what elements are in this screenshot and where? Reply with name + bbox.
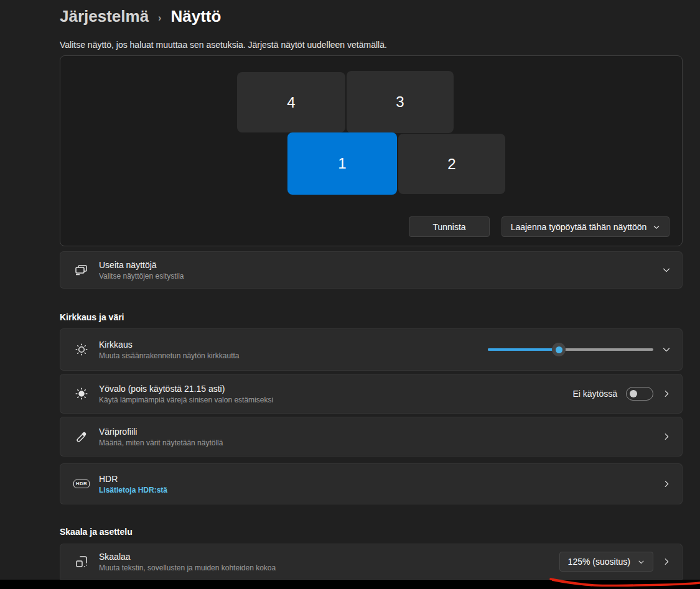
scale-icon: [73, 554, 90, 569]
hdr-row[interactable]: HDR HDR Lisätietoja HDR:stä: [60, 463, 683, 504]
toggle-knob: [630, 390, 637, 397]
hdr-icon: HDR: [73, 480, 90, 488]
scale-subtitle: Muuta tekstin, sovellusten ja muiden koh…: [99, 563, 559, 572]
monitor-3[interactable]: 3: [347, 71, 454, 133]
section-brightness-color: Kirkkaus ja väri: [60, 312, 124, 322]
color-profile-text: Väriprofiili Määriä, miten värit näytetä…: [99, 427, 662, 447]
night-light-text: Yövalo (pois käytöstä 21.15 asti) Käytä …: [99, 384, 572, 404]
chevron-right-icon[interactable]: [662, 480, 671, 488]
brightness-subtitle: Muuta sisäänrakennetun näytön kirkkautta: [99, 351, 488, 360]
hdr-learn-more-link[interactable]: Lisätietoja HDR:stä: [99, 486, 662, 494]
monitor-3-label: 3: [396, 93, 404, 111]
multiple-displays-row[interactable]: Useita näyttöjä Valitse näyttöjen esitys…: [60, 251, 683, 289]
night-light-row[interactable]: Yövalo (pois käytöstä 21.15 asti) Käytä …: [60, 374, 683, 414]
page-description: Valitse näyttö, jos haluat muuttaa sen a…: [60, 40, 387, 50]
night-light-status: Ei käytössä: [572, 389, 617, 399]
monitor-4[interactable]: 4: [237, 72, 345, 132]
multiple-displays-subtitle: Valitse näyttöjen esitystila: [99, 272, 662, 281]
monitor-4-label: 4: [287, 94, 295, 111]
breadcrumb-system[interactable]: Järjestelmä: [60, 7, 149, 26]
brightness-slider-fill: [488, 348, 559, 351]
section-scale-layout: Skaala ja asettelu: [60, 527, 133, 537]
brightness-text: Kirkkaus Muuta sisäänrakennetun näytön k…: [99, 340, 488, 360]
page-title: Näyttö: [170, 7, 221, 26]
hdr-badge-label: HDR: [73, 480, 90, 488]
night-light-toggle[interactable]: [626, 387, 653, 401]
chevron-down-icon[interactable]: [662, 345, 671, 354]
brightness-title: Kirkkaus: [99, 340, 488, 350]
chevron-down-icon: [638, 559, 645, 565]
identify-button-label: Tunnista: [432, 222, 465, 232]
monitor-2[interactable]: 2: [398, 134, 505, 194]
night-light-icon: [73, 386, 90, 401]
night-light-subtitle: Käytä lämpimämpiä värejä sinisen valon e…: [99, 396, 572, 404]
scale-dropdown[interactable]: 125% (suositus): [559, 552, 653, 572]
chevron-down-icon[interactable]: [662, 266, 671, 274]
identify-button[interactable]: Tunnista: [409, 216, 490, 237]
brightness-icon: [73, 342, 90, 357]
breadcrumb-separator: ›: [158, 10, 161, 24]
monitor-1-selected[interactable]: 1: [287, 132, 397, 195]
multiple-displays-text: Useita näyttöjä Valitse näyttöjen esitys…: [99, 260, 662, 281]
brightness-slider[interactable]: [488, 342, 653, 357]
color-profile-subtitle: Määriä, miten värit näytetään näytöllä: [99, 438, 662, 447]
color-profile-row[interactable]: Väriprofiili Määriä, miten värit näytetä…: [60, 417, 683, 457]
chevron-right-icon[interactable]: [662, 557, 671, 566]
hdr-text: HDR Lisätietoja HDR:stä: [99, 474, 662, 494]
color-profile-title: Väriprofiili: [99, 427, 662, 437]
night-light-title: Yövalo (pois käytöstä 21.15 asti): [99, 384, 572, 394]
multiple-displays-title: Useita näyttöjä: [99, 260, 662, 270]
chevron-right-icon[interactable]: [662, 389, 671, 398]
chevron-down-icon: [653, 223, 660, 231]
display-mode-dropdown[interactable]: Laajenna työpöytää tähän näyttöön: [502, 216, 670, 237]
display-arrangement-panel: 4 3 1 2 Tunnista Laajenna työpöytää tähä…: [60, 55, 683, 246]
monitor-1-label: 1: [338, 155, 346, 172]
display-mode-dropdown-label: Laajenna työpöytää tähän näyttöön: [511, 222, 647, 232]
settings-display-page: Järjestelmä › Näyttö Valitse näyttö, jos…: [0, 0, 700, 589]
red-underline-scribble-annotation: [532, 575, 700, 589]
hdr-title: HDR: [99, 474, 662, 484]
scale-dropdown-value: 125% (suositus): [568, 557, 630, 567]
multiple-monitors-icon: [73, 262, 90, 277]
brightness-row[interactable]: Kirkkaus Muuta sisäänrakennetun näytön k…: [60, 328, 683, 371]
brightness-slider-thumb[interactable]: [552, 343, 566, 356]
monitor-2-label: 2: [447, 155, 455, 173]
breadcrumb: Järjestelmä › Näyttö: [60, 7, 221, 26]
eyedropper-icon: [73, 429, 90, 444]
chevron-right-icon[interactable]: [662, 432, 671, 441]
scale-title: Skaalaa: [99, 552, 559, 562]
scale-text: Skaalaa Muuta tekstin, sovellusten ja mu…: [99, 552, 559, 572]
